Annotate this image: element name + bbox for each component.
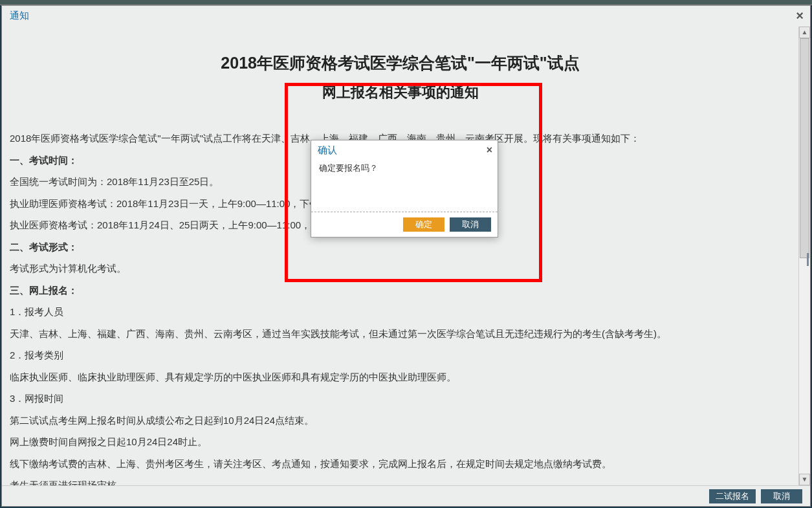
paragraph: 网上缴费时间自网报之日起10月24日24时止。	[10, 432, 791, 452]
dialog-footer: 确定 取消	[311, 212, 498, 237]
paragraph: 线下缴纳考试费的吉林、上海、贵州考区考生，请关注考区、考点通知，按通知要求，完成…	[10, 454, 791, 474]
paragraph: 考试形式为计算机化考试。	[10, 258, 791, 279]
confirm-dialog: 确认 × 确定要报名吗？ 确定 取消	[311, 140, 498, 237]
cancel-button[interactable]: 取消	[761, 489, 802, 503]
scroll-marker	[807, 253, 809, 266]
footer-bar: 二试报名 取消	[2, 485, 810, 506]
dialog-header: 确认 ×	[311, 140, 498, 160]
scroll-down-button[interactable]: ▼	[799, 474, 810, 485]
scroll-thumb[interactable]	[800, 38, 809, 258]
paragraph: 天津、吉林、上海、福建、广西、海南、贵州、云南考区，通过当年实践技能考试，但未通…	[10, 324, 791, 344]
scroll-up-button[interactable]: ▲	[799, 27, 810, 38]
document-title: 2018年医师资格考试医学综合笔试"一年两试"试点	[7, 52, 793, 74]
paragraph: 考生无须再进行现场审核。	[10, 475, 791, 485]
vertical-scrollbar[interactable]: ▲ ▼	[798, 27, 810, 485]
content-scroll: 2018年医师资格考试医学综合笔试"一年两试"试点 网上报名相关事项的通知 20…	[2, 27, 798, 485]
document-subtitle: 网上报名相关事项的通知	[7, 83, 793, 102]
dialog-body: 确定要报名吗？	[311, 160, 498, 212]
paragraph: 1．报考人员	[10, 302, 791, 322]
dialog-title: 确认	[318, 144, 337, 155]
top-strip	[0, 0, 812, 5]
dialog-message: 确定要报名吗？	[319, 163, 378, 173]
dialog-confirm-button[interactable]: 确定	[403, 217, 444, 232]
notice-window: 通知 × 2018年医师资格考试医学综合笔试"一年两试"试点 网上报名相关事项的…	[1, 5, 811, 507]
paragraph: 第二试试点考生网上报名时间从成绩公布之日起到10月24日24点结束。	[10, 410, 791, 431]
window-title: 通知	[10, 10, 29, 21]
dialog-close-icon[interactable]: ×	[487, 144, 492, 156]
window-header: 通知 ×	[2, 6, 810, 27]
dialog-cancel-button[interactable]: 取消	[450, 217, 491, 232]
close-icon[interactable]: ×	[796, 8, 804, 23]
content-wrap: 2018年医师资格考试医学综合笔试"一年两试"试点 网上报名相关事项的通知 20…	[2, 27, 810, 485]
register-button[interactable]: 二试报名	[709, 489, 756, 503]
paragraph: 临床执业医师、临床执业助理医师、具有规定学历的中医执业医师和具有规定学历的中医执…	[10, 367, 791, 388]
paragraph: 2．报考类别	[10, 345, 791, 366]
section-heading: 二、考试形式：	[10, 237, 791, 258]
paragraph: 3．网报时间	[10, 388, 791, 409]
section-heading: 三、网上报名：	[10, 280, 791, 301]
